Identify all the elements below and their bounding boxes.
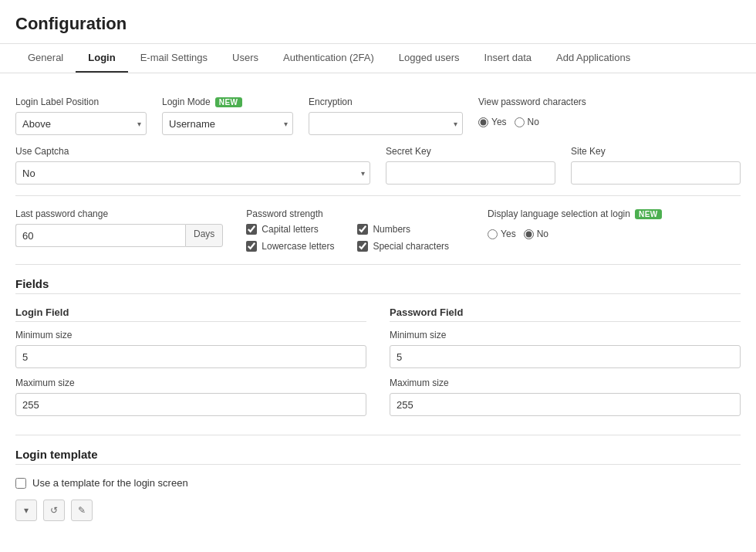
display-language-yes-label[interactable]: Yes <box>488 229 516 239</box>
password-strength-checkboxes: Capital letters Lowercase letters Number… <box>246 224 449 253</box>
fields-section-title: Fields <box>15 277 741 290</box>
page-title: Configuration <box>15 14 741 34</box>
login-mode-select-wrapper: Username Email Both ▾ <box>162 112 293 135</box>
login-template-section: Login template Use a template for the lo… <box>15 448 741 524</box>
form-row-1: Login Label Position Above Left Right ▾ … <box>15 97 741 135</box>
password-strength-col-2: Numbers Special characters <box>357 224 449 253</box>
tab-general[interactable]: General <box>15 44 76 73</box>
special-characters-text: Special characters <box>373 241 449 252</box>
login-label-position-select[interactable]: Above Left Right <box>15 112 147 135</box>
lowercase-letters-text: Lowercase letters <box>262 241 334 252</box>
numbers-checkbox[interactable] <box>357 224 368 235</box>
use-template-label: Use a template for the login screen <box>32 477 188 489</box>
password-max-size-group: Maximum size <box>390 378 741 416</box>
login-mode-select[interactable]: Username Email Both <box>162 112 293 135</box>
use-captcha-select-wrapper: No Yes ▾ <box>15 161 370 185</box>
display-language-group: Display language selection at login NEW … <box>488 208 662 241</box>
numbers-text: Numbers <box>373 224 410 235</box>
password-field-col: Password Field Minimum size Maximum size <box>390 306 741 416</box>
use-captcha-select[interactable]: No Yes <box>15 161 370 185</box>
login-mode-group: Login Mode NEW Username Email Both ▾ <box>162 97 293 135</box>
view-password-radio-group: Yes No <box>478 117 586 129</box>
template-checkbox-row: Use a template for the login screen <box>15 477 741 489</box>
template-toolbar: ▾ ↺ ✎ <box>15 496 741 524</box>
last-password-change-input[interactable] <box>15 224 185 247</box>
capital-letters-text: Capital letters <box>262 224 318 235</box>
edit-icon: ✎ <box>78 505 86 516</box>
site-key-label: Site Key <box>571 146 741 157</box>
login-min-size-input[interactable] <box>15 345 366 368</box>
content-area: Login Label Position Above Left Right ▾ … <box>0 73 756 552</box>
tab-login[interactable]: Login <box>76 44 127 73</box>
page-container: Configuration General Login E-mail Setti… <box>0 0 756 552</box>
lowercase-letters-checkbox[interactable] <box>246 241 257 252</box>
password-strength-group: Password strength Capital letters Lowerc… <box>246 208 449 253</box>
special-characters-checkbox[interactable] <box>357 241 368 252</box>
divider-template <box>15 464 741 465</box>
toolbar-chevron-down-button[interactable]: ▾ <box>15 500 37 521</box>
divider-1 <box>15 195 741 196</box>
toolbar-edit-button[interactable]: ✎ <box>71 500 93 521</box>
display-language-no-text: No <box>537 229 548 239</box>
tab-logged-users[interactable]: Logged users <box>386 44 472 73</box>
display-language-yes-text: Yes <box>501 229 516 239</box>
view-password-yes-label[interactable]: Yes <box>478 117 507 127</box>
fields-section: Fields Login Field Minimum size Maximum … <box>15 277 741 416</box>
login-label-position-group: Login Label Position Above Left Right ▾ <box>15 97 147 135</box>
tab-email-settings[interactable]: E-mail Settings <box>128 44 220 73</box>
special-characters-label[interactable]: Special characters <box>357 241 449 252</box>
toolbar-refresh-button[interactable]: ↺ <box>43 500 65 521</box>
chevron-down-icon: ▾ <box>24 505 29 516</box>
login-max-size-group: Maximum size <box>15 378 366 416</box>
login-mode-label-row: Login Mode NEW <box>162 97 293 107</box>
display-language-yes-radio[interactable] <box>488 229 498 239</box>
password-max-size-input[interactable] <box>390 393 741 416</box>
login-label-position-label: Login Label Position <box>15 97 147 107</box>
capital-letters-checkbox[interactable] <box>246 224 257 235</box>
secret-key-label: Secret Key <box>386 146 555 157</box>
lowercase-letters-label[interactable]: Lowercase letters <box>246 241 334 252</box>
view-password-no-radio[interactable] <box>515 117 525 127</box>
site-key-input[interactable] <box>571 161 741 185</box>
view-password-label: View password characters <box>478 97 586 107</box>
secret-key-input[interactable] <box>386 161 555 185</box>
login-template-title: Login template <box>15 448 741 461</box>
encryption-label: Encryption <box>309 97 463 107</box>
view-password-no-label[interactable]: No <box>515 117 539 127</box>
fields-row: Login Field Minimum size Maximum size Pa… <box>15 306 741 416</box>
tab-authentication-2fa[interactable]: Authentication (2FA) <box>271 44 386 73</box>
password-field-title: Password Field <box>390 306 741 322</box>
last-password-change-label: Last password change <box>15 208 223 219</box>
login-min-size-group: Minimum size <box>15 330 366 368</box>
last-password-change-input-group: Days <box>15 224 223 247</box>
login-mode-label: Login Mode <box>162 97 211 107</box>
capital-letters-label[interactable]: Capital letters <box>246 224 334 235</box>
login-field-title: Login Field <box>15 306 366 322</box>
display-language-no-radio[interactable] <box>524 229 534 239</box>
form-row-3: Last password change Days Password stren… <box>15 208 741 253</box>
encryption-group: Encryption MD5 SHA1 bcrypt ▾ <box>309 97 463 135</box>
secret-key-group: Secret Key <box>386 146 555 185</box>
view-password-yes-text: Yes <box>491 117 507 127</box>
numbers-label[interactable]: Numbers <box>357 224 449 235</box>
view-password-group: View password characters Yes No <box>478 97 586 129</box>
tab-add-applications[interactable]: Add Applications <box>544 44 643 73</box>
tab-users[interactable]: Users <box>220 44 271 73</box>
encryption-select-wrapper: MD5 SHA1 bcrypt ▾ <box>309 112 463 135</box>
display-language-no-label[interactable]: No <box>524 229 548 239</box>
password-min-size-group: Minimum size <box>390 330 741 368</box>
days-button: Days <box>185 224 223 247</box>
login-max-size-label: Maximum size <box>15 378 366 388</box>
last-password-change-group: Last password change Days <box>15 208 223 247</box>
password-min-size-input[interactable] <box>390 345 741 368</box>
login-min-size-label: Minimum size <box>15 330 366 340</box>
login-max-size-input[interactable] <box>15 393 366 416</box>
use-captcha-label: Use Captcha <box>15 146 370 157</box>
view-password-yes-radio[interactable] <box>478 117 488 127</box>
password-min-size-label: Minimum size <box>390 330 741 340</box>
tab-insert-data[interactable]: Insert data <box>472 44 544 73</box>
password-strength-label: Password strength <box>246 208 449 219</box>
use-template-checkbox[interactable] <box>15 478 26 489</box>
encryption-select[interactable]: MD5 SHA1 bcrypt <box>309 112 463 135</box>
display-language-label: Display language selection at login <box>488 208 630 219</box>
